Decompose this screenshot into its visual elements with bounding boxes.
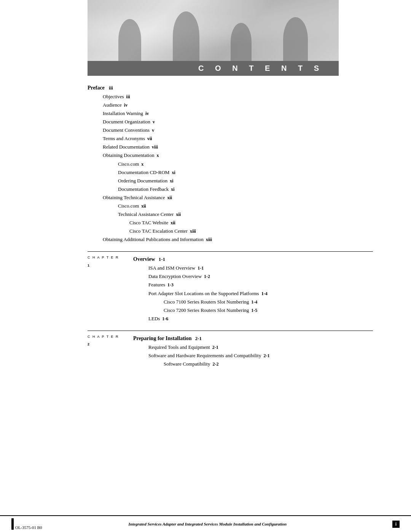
footer-page-num: i — [392, 521, 400, 528]
entry-page: 1-3 — [167, 281, 174, 289]
toc-entry-tac: Technical Assistance Center xii — [88, 210, 373, 219]
chapter-2-num: 2 — [88, 342, 90, 346]
contents-banner: C O N T E N T S — [88, 61, 339, 76]
entry-page: 1-2 — [204, 273, 210, 280]
preface-title: Preface — [88, 85, 105, 91]
chapter-1-content: Overview 1-1 ISA and ISM Overview 1-1 Da… — [133, 255, 373, 323]
toc-entry-audience: Audience iv — [88, 101, 373, 109]
entry-text: Ordering Documentation — [118, 177, 167, 185]
entry-page: v — [153, 118, 155, 126]
entry-text: Port Adapter Slot Locations on the Suppo… — [148, 289, 259, 298]
toc-entry-obtaining-tech: Obtaining Technical Assistance xii — [88, 193, 373, 202]
toc-entry-doc-org: Document Organization v — [88, 118, 373, 126]
toc-entry-related-doc: Related Documentation viii — [88, 143, 373, 151]
entry-page: xiii — [206, 236, 212, 243]
chapter-1-section: C H A P T E R 1 Overview 1-1 ISA and ISM… — [88, 251, 373, 323]
contents-label: C O N T E N T S — [198, 64, 323, 72]
entry-text: Technical Assistance Center — [118, 210, 174, 219]
main-content: Preface iii Objectives iii Audience iv I… — [88, 83, 373, 368]
entry-text: Installation Warning — [103, 109, 143, 118]
toc-entry-objectives: Objectives iii — [88, 93, 373, 101]
toc-entry-terms: Terms and Acronyms vii — [88, 134, 373, 143]
toc-data-enc: Data Encryption Overview 1-2 — [133, 272, 373, 281]
entry-page: xii — [141, 202, 146, 210]
entry-page: xi — [171, 185, 174, 193]
toc-entry-cisco-com-2: Cisco.com xii — [88, 202, 373, 210]
entry-text: Software and Hardware Requirements and C… — [148, 351, 261, 360]
entry-page: xi — [170, 177, 173, 185]
entry-text: Required Tools and Equipment — [148, 343, 210, 351]
toc-entry-cisco-com-1: Cisco.com x — [88, 160, 373, 168]
entry-page: 1-4 — [251, 298, 257, 306]
chapter-2-header: Preparing for Installation 2-1 — [133, 334, 373, 343]
entry-page: 2-1 — [212, 343, 218, 351]
toc-sw-compat: Software Compatibility 2-2 — [133, 360, 373, 368]
entry-page: v — [152, 126, 154, 134]
toc-cisco-7200: Cisco 7200 Series Routers Slot Numbering… — [133, 306, 373, 315]
chapter-2-title: Preparing for Installation — [133, 335, 192, 341]
figure-silhouette-2 — [173, 11, 199, 61]
entry-text: Obtaining Documentation — [103, 151, 154, 160]
entry-page: x — [141, 160, 143, 168]
entry-text: Cisco TAC Website — [129, 219, 168, 227]
entry-page: iv — [145, 110, 149, 117]
chapter-1-label: C H A P T E R — [88, 255, 133, 260]
figure-silhouette-4 — [283, 17, 308, 61]
entry-page: viii — [152, 143, 158, 151]
entry-text: Related Documentation — [103, 143, 150, 151]
footer-bar — [11, 518, 14, 530]
toc-isa-overview: ISA and ISM Overview 1-1 — [133, 264, 373, 272]
toc-entry-tac-escalation: Cisco TAC Escalation Center xiii — [88, 227, 373, 235]
entry-page: 1-4 — [261, 290, 268, 297]
footer: Integrated Services Adapter and Integrat… — [0, 515, 411, 532]
chapter-2-section: C H A P T E R 2 Preparing for Installati… — [88, 331, 373, 368]
chapter-2-content: Preparing for Installation 2-1 Required … — [133, 334, 373, 368]
entry-page: 2-2 — [212, 360, 218, 368]
entry-text: Documentation CD-ROM — [118, 168, 169, 177]
toc-features: Features 1-3 — [133, 281, 373, 289]
entry-text: LEDs — [148, 315, 160, 323]
entry-page: iv — [124, 101, 127, 109]
entry-text: Terms and Acronyms — [103, 134, 145, 143]
entry-text: Document Organization — [103, 118, 150, 126]
toc-entry-tac-website: Cisco TAC Website xii — [88, 219, 373, 227]
chapter-2-label: C H A P T E R — [88, 334, 133, 340]
entry-text: Documentation Feedback — [118, 185, 169, 193]
toc-entry-obtaining-doc: Obtaining Documentation x — [88, 151, 373, 160]
entry-page: x — [156, 152, 159, 159]
entry-page: vii — [147, 135, 152, 142]
toc-port-adapter: Port Adapter Slot Locations on the Suppo… — [133, 289, 373, 298]
entry-text: Cisco 7200 Series Routers Slot Numbering — [164, 306, 249, 315]
toc-sw-hw-req: Software and Hardware Requirements and C… — [133, 351, 373, 360]
entry-text: Document Conventions — [103, 126, 150, 134]
entry-page: xiii — [190, 227, 196, 235]
footer-doc-title: Integrated Services Adapter and Integrat… — [23, 522, 392, 526]
entry-text: Obtaining Technical Assistance — [103, 193, 165, 202]
toc-entry-doc-conv: Document Conventions v — [88, 126, 373, 134]
entry-text: Obtaining Additional Publications and In… — [103, 235, 204, 244]
entry-text: Features — [148, 281, 165, 289]
toc-entry-doc-cdrom: Documentation CD-ROM xi — [88, 168, 373, 177]
toc-entry-doc-feedback: Documentation Feedback xi — [88, 185, 373, 193]
preface-section: Preface iii Objectives iii Audience iv I… — [88, 83, 373, 244]
entry-text: Cisco TAC Escalation Center — [129, 227, 188, 235]
entry-text: Cisco.com — [118, 202, 139, 210]
entry-page: xii — [167, 194, 172, 201]
chapter-2-label-area: C H A P T E R 2 — [88, 334, 133, 348]
toc-entry-ordering-doc: Ordering Documentation xi — [88, 177, 373, 185]
header-image — [88, 0, 339, 61]
entry-text: Objectives — [103, 93, 124, 101]
entry-page: xi — [172, 169, 175, 176]
toc-leds: LEDs 1-6 — [133, 315, 373, 323]
entry-page: 2-1 — [263, 352, 269, 359]
chapter-1-page: 1-1 — [159, 256, 165, 262]
entry-page: 1-5 — [251, 307, 257, 314]
figure-silhouette-3 — [231, 23, 252, 61]
toc-cisco-7100: Cisco 7100 Series Routers Slot Numbering… — [133, 298, 373, 306]
figure-silhouette-1 — [118, 19, 141, 61]
preface-page: iii — [109, 85, 113, 91]
entry-page: xii — [176, 211, 181, 218]
entry-page: xii — [170, 219, 175, 227]
chapter-1-header: Overview 1-1 — [133, 255, 373, 264]
chapter-2-page: 2-1 — [195, 335, 202, 341]
